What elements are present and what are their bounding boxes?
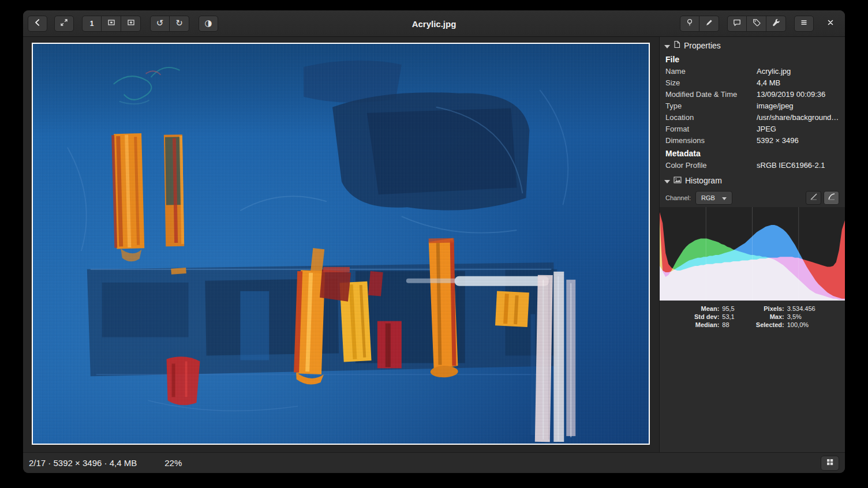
- wrench-icon: [772, 18, 781, 29]
- property-row-type: Type image/jpeg: [660, 100, 845, 112]
- zoom-actual-size-button[interactable]: 1: [82, 16, 102, 32]
- tags-button[interactable]: [747, 16, 766, 32]
- channel-label: Channel:: [665, 194, 691, 201]
- property-row-size: Size 4,4 MB: [660, 77, 845, 89]
- histogram-toolbar: Channel: RGB: [660, 187, 845, 207]
- property-row-dimensions: Dimensions 5392 × 3496: [660, 135, 845, 147]
- property-row-color-profile: Color Profile sRGB IEC61966-2.1: [660, 160, 845, 171]
- linear-scale-icon: [809, 192, 818, 204]
- histogram-scale-buttons: [806, 191, 839, 205]
- acrylic-painting: [33, 44, 649, 444]
- rotate-right-icon: ↻: [175, 19, 183, 28]
- zoom-button-group: 1: [82, 16, 141, 32]
- histogram-section-header[interactable]: Histogram: [660, 172, 845, 187]
- window-title: Acrylic.jpg: [412, 18, 457, 28]
- actual-size-icon: 1: [90, 20, 94, 28]
- tag-icon: [752, 18, 761, 29]
- rotate-button-group: ↺ ↻: [150, 16, 189, 32]
- enhance-button[interactable]: [680, 16, 699, 32]
- lightbulb-icon: [685, 18, 694, 29]
- properties-title: Properties: [684, 41, 721, 50]
- app-window: 1 ↺ ↻: [23, 10, 845, 473]
- metadata-section-title: Metadata: [660, 147, 845, 160]
- expander-down-icon: [664, 176, 670, 185]
- property-row-location: Location /usr/share/background…: [660, 112, 845, 123]
- fullscreen-arrows-icon: [59, 18, 69, 29]
- property-row-name: Name Acrylic.jpg: [660, 66, 845, 77]
- sidebar-filler: [660, 332, 845, 452]
- logarithmic-scale-icon: [827, 192, 836, 204]
- histogram-stats-right: Pixels:3.534.456 Max:3,5% Selected:100,0…: [754, 305, 815, 328]
- close-icon: [826, 18, 835, 29]
- annotation-button-group: [727, 16, 786, 32]
- rotate-left-icon: ↺: [156, 19, 164, 28]
- grid-icon: [825, 457, 835, 468]
- histogram-logarithmic-button[interactable]: [824, 191, 839, 205]
- properties-section-header[interactable]: Properties: [660, 37, 845, 52]
- zoom-fit-button[interactable]: [102, 16, 121, 32]
- tools-button[interactable]: [766, 16, 786, 32]
- rotate-right-button[interactable]: ↻: [170, 16, 189, 32]
- statusbar-file-info: 2/17 · 5392 × 3496 · 4,4 MB: [29, 458, 137, 468]
- channel-select-value: RGB: [701, 194, 715, 201]
- channel-select[interactable]: RGB: [695, 191, 732, 205]
- image-canvas[interactable]: [32, 43, 650, 445]
- hamburger-menu-icon: [799, 18, 809, 29]
- histogram-linear-button[interactable]: [806, 191, 821, 205]
- rotate-left-button[interactable]: ↺: [150, 16, 170, 32]
- fullscreen-button[interactable]: [54, 16, 74, 32]
- property-row-format: Format JPEG: [660, 123, 845, 135]
- file-section-title: File: [660, 52, 845, 66]
- paintbrush-icon: [705, 18, 714, 29]
- property-row-modified: Modified Date & Time 13/09/2019 00:09:36: [660, 89, 845, 100]
- back-button[interactable]: [28, 16, 47, 32]
- image-viewer[interactable]: [23, 37, 659, 452]
- statusbar: 2/17 · 5392 × 3496 · 4,4 MB 22%: [23, 452, 845, 473]
- histogram-chart: [660, 207, 845, 301]
- comment-button[interactable]: [727, 16, 747, 32]
- menu-button[interactable]: [794, 16, 814, 32]
- thumbnails-toggle-button[interactable]: [821, 456, 839, 471]
- main-content: Properties File Name Acrylic.jpg Size 4,…: [23, 37, 845, 452]
- fit-window-icon: [107, 18, 116, 29]
- histogram-stats: Mean:95,5 Std dev:53,1 Median:88 Pixels:…: [660, 301, 845, 332]
- edit-image-button[interactable]: [699, 16, 719, 32]
- histogram-title: Histogram: [685, 176, 722, 185]
- image-icon: [674, 176, 682, 185]
- histogram-stats-left: Mean:95,5 Std dev:53,1 Median:88: [689, 305, 734, 328]
- document-icon: [674, 40, 680, 50]
- adjust-colors-button[interactable]: ◑: [199, 16, 218, 32]
- headerbar: 1 ↺ ↻: [23, 10, 845, 37]
- statusbar-zoom-level: 22%: [164, 458, 182, 468]
- chevron-left-icon: [33, 18, 42, 29]
- properties-sidebar: Properties File Name Acrylic.jpg Size 4,…: [659, 37, 845, 452]
- expander-down-icon: [664, 41, 670, 50]
- close-button[interactable]: [821, 16, 840, 32]
- zoom-in-icon: [126, 18, 136, 29]
- contrast-circle-icon: ◑: [204, 19, 212, 28]
- comment-bubble-icon: [732, 18, 742, 29]
- edit-button-group: [680, 16, 719, 32]
- chevron-down-icon: [722, 194, 727, 201]
- zoom-in-button[interactable]: [121, 16, 141, 32]
